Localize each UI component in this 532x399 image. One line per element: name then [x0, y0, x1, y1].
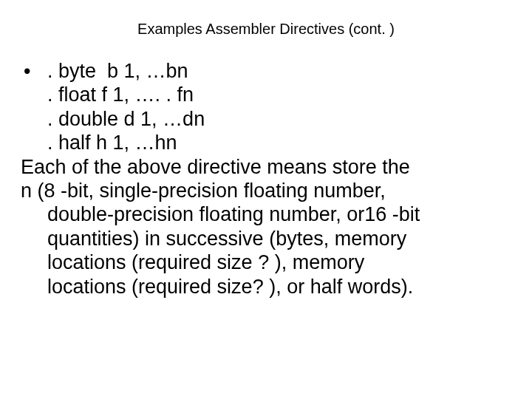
slide-body: • . byte b 1, …bn . float f 1, …. . fn .… [21, 59, 511, 299]
explanation-line-5: locations (required size ? ), memory [21, 250, 511, 274]
directive-half: . half h 1, …hn [21, 131, 511, 154]
explanation-line-6: locations (required size? ), or half wor… [21, 275, 511, 299]
explanation-line-1: Each of the above directive means store … [21, 155, 511, 179]
directive-byte: . byte b 1, …bn [47, 59, 188, 83]
bullet-dot-icon: • [21, 59, 47, 83]
explanation-line-4: quantities) in successive (bytes, memory [21, 227, 511, 250]
slide: Examples Assembler Directives (cont. ) •… [0, 0, 532, 399]
directive-float: . float f 1, …. . fn [21, 83, 511, 106]
bullet-item: • . byte b 1, …bn [21, 59, 511, 83]
directive-double: . double d 1, …dn [21, 107, 511, 131]
slide-title: Examples Assembler Directives (cont. ) [0, 21, 532, 38]
explanation-line-3: double-precision floating number, or16 -… [21, 202, 511, 226]
explanation-line-2: n (8 -bit, single-precision floating num… [21, 179, 511, 202]
